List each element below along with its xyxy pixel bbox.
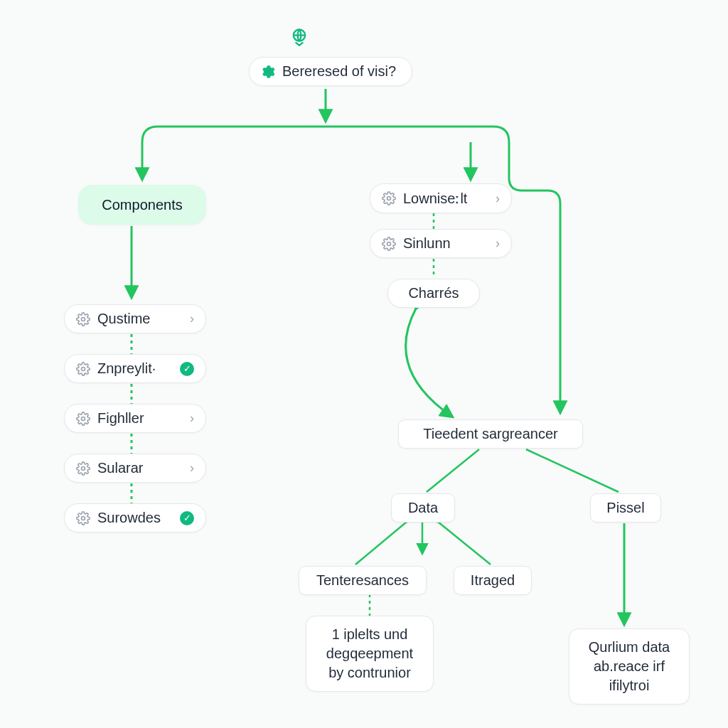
- list-item[interactable]: Fighller ›: [64, 404, 206, 433]
- gear-icon: [382, 191, 396, 205]
- root-label: Bereresed of visi?: [282, 63, 396, 80]
- components-header[interactable]: Components: [78, 185, 206, 225]
- check-icon: ✓: [180, 362, 194, 376]
- gear-icon: [76, 362, 90, 376]
- item-label: Lowniseːlt: [403, 190, 467, 207]
- note-node: 1 iplelts und degqeepment by contrunior: [306, 616, 434, 692]
- mid-node-label: Tieedent sargreancer: [423, 426, 557, 442]
- note-text: Qurlium data ab.reace irf ifilytroi: [581, 638, 678, 695]
- svg-point-3: [82, 417, 85, 420]
- gear-icon: [76, 412, 90, 426]
- pissel-node[interactable]: Pissel: [590, 493, 661, 523]
- globe-icon: [288, 26, 311, 48]
- pissel-label: Pissel: [606, 500, 644, 516]
- chevron-right-icon: ›: [190, 411, 194, 426]
- item-label: Znpreylit·: [97, 360, 156, 377]
- leaf-label: Itraged: [471, 572, 515, 589]
- diagram-canvas: Bereresed of visi? Components Qustime › …: [0, 0, 728, 728]
- item-label: Charrés: [408, 285, 459, 301]
- leaf-node[interactable]: Itraged: [454, 566, 532, 595]
- svg-point-6: [387, 197, 391, 200]
- leaf-node[interactable]: Tenteresances: [299, 566, 427, 595]
- list-item[interactable]: Sularar ›: [64, 454, 206, 483]
- svg-point-7: [387, 242, 391, 245]
- item-label: Qustime: [97, 311, 150, 327]
- item-label: Sinlunn: [403, 235, 451, 252]
- svg-point-2: [82, 367, 85, 370]
- list-item[interactable]: Charrés: [387, 279, 480, 308]
- gear-icon: [261, 65, 275, 79]
- svg-point-5: [82, 516, 85, 520]
- chevron-right-icon: ›: [190, 461, 194, 476]
- gear-icon: [76, 511, 90, 525]
- leaf-label: Tenteresances: [316, 572, 409, 589]
- item-label: Surowdes: [97, 510, 161, 526]
- data-label: Data: [408, 500, 438, 516]
- chevron-right-icon: ›: [190, 311, 194, 326]
- chevron-right-icon: ›: [496, 236, 500, 251]
- chevron-right-icon: ›: [496, 191, 500, 206]
- data-node[interactable]: Data: [391, 493, 455, 523]
- svg-point-1: [82, 317, 85, 321]
- list-item[interactable]: Qustime ›: [64, 304, 206, 333]
- note-node: Qurlium data ab.reace irf ifilytroi: [569, 628, 690, 705]
- item-label: Fighller: [97, 410, 144, 427]
- list-item[interactable]: Sinlunn ›: [370, 229, 512, 258]
- mid-node[interactable]: Tieedent sargreancer: [398, 419, 583, 449]
- list-item[interactable]: Surowdes ✓: [64, 503, 206, 532]
- list-item[interactable]: Lowniseːlt ›: [370, 183, 512, 213]
- svg-point-4: [82, 466, 85, 470]
- components-header-label: Components: [102, 197, 182, 213]
- root-node[interactable]: Bereresed of visi?: [249, 57, 412, 86]
- gear-icon: [76, 461, 90, 476]
- gear-icon: [382, 237, 396, 251]
- gear-icon: [76, 312, 90, 326]
- list-item[interactable]: Znpreylit· ✓: [64, 354, 206, 383]
- item-label: Sularar: [97, 460, 143, 476]
- check-icon: ✓: [180, 511, 194, 525]
- note-text: 1 iplelts und degqeepment by contrunior: [318, 625, 422, 682]
